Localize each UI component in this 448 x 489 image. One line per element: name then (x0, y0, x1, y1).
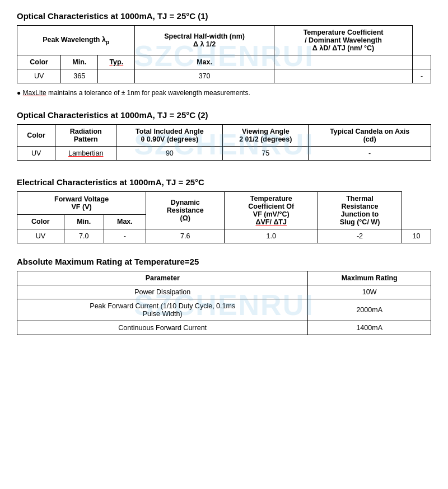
td-vf-dash: - (104, 229, 146, 243)
td-color2: UV (17, 147, 55, 161)
th-color-3: Color (17, 214, 64, 229)
th-temp-val (413, 55, 431, 69)
table-row: Continuous Forward Current 1400mA (17, 321, 431, 335)
td-viewing-val: 75 (223, 147, 309, 161)
th-thermal-resistance: ThermalResistanceJunction toSlug (°C/ W) (318, 192, 402, 229)
table-row: UV Lambertian 90 75 - (17, 147, 431, 161)
th-color-2: Color (17, 125, 55, 147)
td-total-angle-val: 90 (116, 147, 223, 161)
td-color: UV (17, 69, 61, 83)
th-temp-coeff: Temperature Coefficient/ Dominant Wavele… (274, 26, 412, 55)
td-vf-min: 7.0 (64, 229, 104, 243)
td-dynamic-res: 1.0 (225, 229, 318, 243)
th-spectral-val (274, 55, 412, 69)
section-optical2-title: Optical Characteristics at 1000mA, TJ = … (17, 110, 431, 120)
th-min-3: Min. (64, 214, 104, 229)
absolute-table: Parameter Maximum Rating Power Dissipati… (17, 271, 431, 335)
th-dynamic-resistance: DynamicResistance(Ω) (146, 192, 225, 229)
section-optical2: Optical Characteristics at 1000mA, TJ = … (17, 110, 431, 164)
section-electrical: Electrical Characteristics at 1000mA, TJ… (17, 177, 431, 243)
td-peak-current: Peak Forward Current (1/10 Duty Cycle, 0… (17, 299, 308, 321)
optical2-table: Color RadiationPattern Total Included An… (17, 124, 431, 161)
th-min-1: Min. (61, 55, 98, 69)
td-candela-val: - (309, 147, 431, 161)
td-power-dissipation: Power Dissipation (17, 285, 308, 299)
th-forward-voltage: Forward VoltageVF (V) (17, 192, 146, 215)
td-power-val: 10W (308, 285, 431, 299)
optical1-table: Peak Wavelength λp Spectral Half-width (… (17, 25, 431, 83)
td-thermal-res: 10 (402, 229, 431, 243)
th-color-1: Color (17, 55, 61, 69)
td-max: 370 (135, 69, 274, 83)
table-row: UV 7.0 - 7.6 1.0 -2 10 (17, 229, 431, 243)
optical1-note: ● MaxLite maintains a tolerance of ± 1nm… (17, 89, 431, 97)
th-total-angle: Total Included Angleθ 0.90V (degrees) (116, 125, 223, 147)
table-row: Peak Forward Current (1/10 Duty Cycle, 0… (17, 299, 431, 321)
th-viewing-angle: Viewing Angle2 θ1/2 (degrees) (223, 125, 309, 147)
td-color3: UV (17, 229, 64, 243)
td-continuous-val: 1400mA (308, 321, 431, 335)
td-min: 365 (61, 69, 98, 83)
th-radiation: RadiationPattern (55, 125, 116, 147)
th-candela: Typical Candela on Axis(cd) (309, 125, 431, 147)
table-row: UV 365 370 - (17, 69, 431, 83)
td-vf-max: 7.6 (146, 229, 225, 243)
section-absolute-title: Absolute Maximum Rating at Temperature=2… (17, 257, 431, 266)
section-optical1: Optical Characteristics at 1000mA, TJ = … (17, 11, 431, 97)
td-peak-current-val: 2000mA (308, 299, 431, 321)
table-row: Power Dissipation 10W (17, 285, 431, 299)
th-max-3: Max. (104, 214, 146, 229)
td-typ (98, 69, 135, 83)
th-temp-coeff-vf: TemperatureCoefficient OfVF (mV/°C)ΔVF/ … (225, 192, 318, 229)
td-tempcoeff: - (413, 69, 431, 83)
th-spectral: Spectral Half-width (nm)Δ λ 1/2 (135, 26, 274, 55)
td-lambertian: Lambertian (55, 147, 116, 161)
electrical-table: Forward VoltageVF (V) DynamicResistance(… (17, 191, 431, 243)
optical2-table-wrapper: SZCHENRUI Color RadiationPattern Total I… (17, 124, 431, 164)
td-temp-coeff-val: -2 (318, 229, 402, 243)
section-electrical-title: Electrical Characteristics at 1000mA, TJ… (17, 177, 431, 187)
section-absolute: Absolute Maximum Rating at Temperature=2… (17, 257, 431, 338)
optical1-table-wrapper: SZCHENRUI Peak Wavelength λp Spectral Ha… (17, 25, 431, 87)
td-continuous-current: Continuous Forward Current (17, 321, 308, 335)
th-max-1: Max. (135, 55, 274, 69)
th-typ-1: Typ. (98, 55, 135, 69)
th-parameter: Parameter (17, 271, 308, 285)
th-max-rating: Maximum Rating (308, 271, 431, 285)
section-optical1-title: Optical Characteristics at 1000mA, TJ = … (17, 11, 431, 21)
absolute-table-wrapper: SZCHENRUI Parameter Maximum Rating Power… (17, 271, 431, 338)
th-peak-wavelength: Peak Wavelength λp (17, 26, 135, 55)
td-spectral (274, 69, 412, 83)
